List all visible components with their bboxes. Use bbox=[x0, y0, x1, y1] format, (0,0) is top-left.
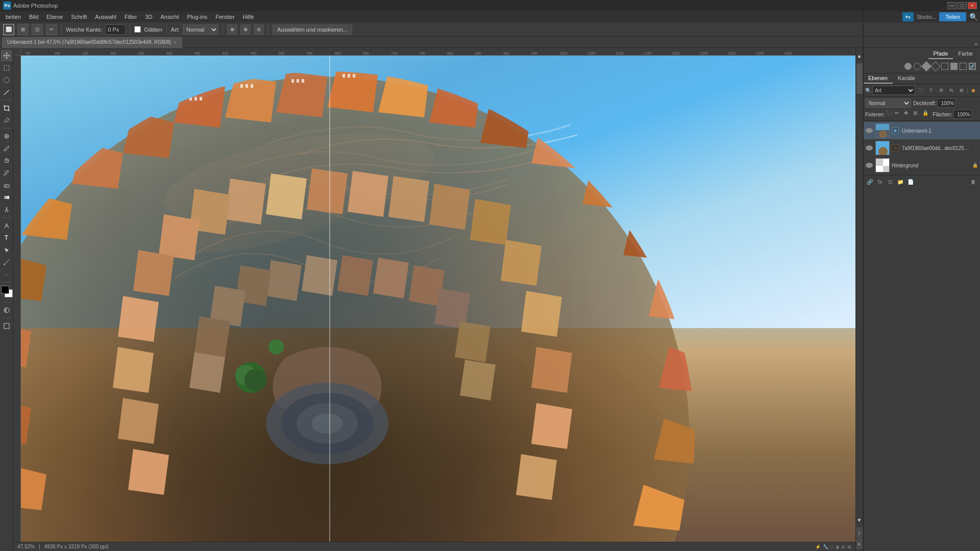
eraser-tool[interactable] bbox=[1, 180, 12, 191]
gradient-tool[interactable] bbox=[1, 192, 12, 203]
circle-outline-icon[interactable] bbox=[914, 63, 921, 70]
lasso-tool[interactable] bbox=[1, 74, 12, 86]
canvas-image[interactable] bbox=[21, 56, 855, 551]
eye-icon-2[interactable] bbox=[866, 145, 873, 151]
ebenen-tb-btn-4[interactable]: fx bbox=[947, 86, 956, 95]
magic-wand-tool[interactable] bbox=[1, 87, 12, 98]
brush-tool[interactable] bbox=[1, 143, 12, 154]
link-icon[interactable]: 🔗 bbox=[969, 63, 976, 70]
right-tool-a[interactable]: | bbox=[856, 528, 863, 538]
options-btn-1[interactable]: ⬜ bbox=[3, 24, 14, 35]
eye-icon-1[interactable] bbox=[866, 128, 873, 133]
deckkraft-input[interactable] bbox=[937, 98, 955, 108]
lock-pixels-btn[interactable]: ✏ bbox=[895, 110, 903, 118]
tab-close-icon[interactable]: ✕ bbox=[173, 40, 177, 45]
rectangular-marquee-tool[interactable] bbox=[1, 62, 12, 73]
options-intersect-btn[interactable]: ⊗ bbox=[240, 24, 251, 35]
options-btn-2[interactable]: ⊞ bbox=[17, 24, 29, 35]
eye-icon-3[interactable] bbox=[866, 163, 873, 168]
right-tool-b[interactable]: ≡ bbox=[856, 539, 863, 549]
extra-tools[interactable]: ··· bbox=[1, 269, 12, 280]
feather-input[interactable] bbox=[105, 24, 126, 35]
layer-2-visibility[interactable] bbox=[865, 145, 873, 151]
menu-plugins[interactable]: Plug-ins bbox=[184, 13, 211, 21]
add-style-btn[interactable]: fx bbox=[875, 177, 885, 186]
menu-fenster[interactable]: Fenster bbox=[212, 13, 238, 21]
minimize-button[interactable]: — bbox=[947, 2, 957, 9]
statusbar-icon-1[interactable]: ⚡ bbox=[815, 544, 821, 549]
ebenen-filter-toggle[interactable]: ◉ bbox=[969, 86, 978, 95]
pencil-icon[interactable]: ✏ bbox=[973, 42, 979, 48]
menu-bild[interactable]: Bild bbox=[26, 13, 42, 21]
kanaele-tab[interactable]: Kanäle bbox=[893, 73, 920, 84]
measure-tool[interactable] bbox=[1, 257, 12, 268]
select-mask-button[interactable]: Auswählen und maskieren... bbox=[273, 24, 352, 35]
close-button[interactable]: ✕ bbox=[968, 2, 977, 9]
statusbar-icon-6[interactable]: ⊞ bbox=[847, 544, 851, 549]
ebenen-tb-btn-5[interactable]: ⊞ bbox=[957, 86, 966, 95]
document-tab[interactable]: Unbenannt-1 bei 47,5% (7a9f1960ae00dd9fc… bbox=[2, 37, 183, 48]
search-icon[interactable]: 🔍 bbox=[969, 13, 978, 21]
pfade-tab[interactable]: Pfade bbox=[928, 49, 953, 59]
menu-hilfe[interactable]: Hilfe bbox=[239, 13, 258, 21]
new-group-btn[interactable]: 📁 bbox=[896, 177, 905, 186]
options-icon-btn[interactable]: ⊕ bbox=[227, 24, 237, 35]
menu-beiten[interactable]: beiten bbox=[2, 13, 24, 21]
lock-all-btn[interactable]: 🔒 bbox=[922, 110, 930, 118]
add-mask-btn[interactable]: ⊡ bbox=[886, 177, 895, 186]
layer-3-visibility[interactable] bbox=[865, 163, 873, 168]
statusbar-icon-2[interactable]: 🔧 bbox=[823, 544, 828, 549]
maximize-button[interactable]: □ bbox=[958, 2, 967, 9]
scroll-up-btn[interactable]: ▲ bbox=[856, 50, 863, 61]
eyedropper-tool[interactable] bbox=[1, 115, 12, 126]
history-brush-tool[interactable] bbox=[1, 167, 12, 179]
glatt-checkbox[interactable] bbox=[134, 26, 141, 33]
screen-mode-tool[interactable] bbox=[1, 320, 12, 332]
new-layer-btn[interactable]: 📄 bbox=[906, 177, 915, 186]
link-layers-btn[interactable]: 🔗 bbox=[865, 177, 874, 186]
menu-3d[interactable]: 3D bbox=[141, 13, 156, 21]
canvas-area[interactable]: 50 100 150 200 250 300 350 400 450 500 5… bbox=[13, 48, 855, 551]
farbe-tab[interactable]: Farbe bbox=[953, 49, 978, 59]
square-shape-icon[interactable] bbox=[941, 63, 948, 70]
scroll-down-btn[interactable]: ▼ bbox=[856, 514, 863, 525]
ebenen-tb-btn-1[interactable]: ⬛ bbox=[916, 86, 925, 95]
pen-tool[interactable] bbox=[1, 220, 12, 231]
options-btn-3[interactable]: ⊡ bbox=[32, 24, 43, 35]
filled-square-icon[interactable] bbox=[950, 63, 958, 70]
move-tool[interactable] bbox=[1, 50, 12, 61]
statusbar-icon-3[interactable]: □ bbox=[830, 544, 833, 549]
crop-tool[interactable] bbox=[1, 103, 12, 114]
ebenen-tb-btn-3[interactable]: ⚙ bbox=[937, 86, 946, 95]
scroll-thumb[interactable] bbox=[856, 63, 863, 94]
options-subtract-btn[interactable]: ⊖ bbox=[254, 24, 264, 35]
art-select[interactable]: Normal Fest Verstärkt bbox=[183, 24, 218, 35]
menu-ansicht[interactable]: Ansicht bbox=[157, 13, 182, 21]
ebenen-tb-btn-2[interactable]: T bbox=[926, 86, 936, 95]
diamond-outline-icon[interactable] bbox=[930, 61, 941, 71]
lock-position-btn[interactable]: ✥ bbox=[904, 110, 912, 118]
share-button[interactable]: Teilen bbox=[939, 12, 966, 21]
layer-1-visibility[interactable] bbox=[865, 128, 873, 133]
rect-outline-icon[interactable] bbox=[960, 63, 967, 70]
lock-artboard-btn[interactable]: ⊞ bbox=[913, 110, 921, 118]
flaechen-input[interactable] bbox=[953, 110, 972, 119]
path-selection-tool[interactable] bbox=[1, 244, 12, 256]
layer-item-2[interactable]: ⬛ 7a9f1960ae00dd...dec012503e4d9 bbox=[863, 139, 980, 157]
clone-tool[interactable] bbox=[1, 155, 12, 166]
lock-transparent-btn[interactable]: ⬛ bbox=[886, 110, 894, 118]
menu-auswahl[interactable]: Auswahl bbox=[91, 13, 120, 21]
menu-schrift[interactable]: Schrift bbox=[67, 13, 90, 21]
layer-filter-select[interactable]: Art Name Effekt bbox=[872, 86, 915, 95]
dodge-tool[interactable] bbox=[1, 204, 12, 215]
menu-filter[interactable]: Filter bbox=[121, 13, 140, 21]
delete-layer-btn[interactable]: 🗑 bbox=[969, 177, 978, 186]
options-btn-4[interactable]: ✂ bbox=[46, 24, 57, 35]
menu-ebene[interactable]: Ebene bbox=[43, 13, 66, 21]
layer-item-3[interactable]: Hintergrund 🔒 bbox=[863, 157, 980, 174]
layer-item-1[interactable]: ▶ Unbenannt-1 bbox=[863, 122, 980, 139]
circle-shape-icon[interactable] bbox=[904, 63, 912, 70]
type-tool[interactable]: T bbox=[1, 232, 12, 243]
ebenen-tab[interactable]: Ebenen bbox=[863, 73, 893, 84]
foreground-color[interactable] bbox=[1, 286, 9, 294]
